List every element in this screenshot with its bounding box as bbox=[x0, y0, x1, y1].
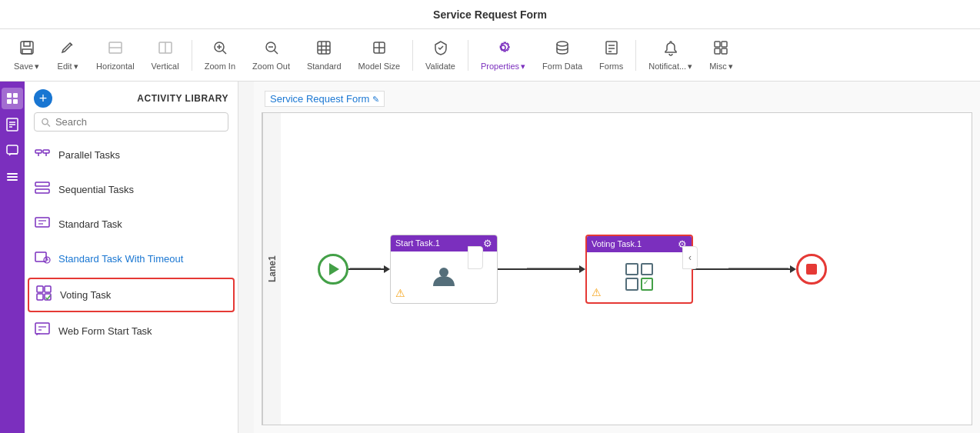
properties-icon bbox=[495, 39, 512, 60]
sequential-tasks-label: Sequential Tasks bbox=[58, 184, 134, 195]
standard-button[interactable]: Standard bbox=[299, 35, 349, 75]
swim-lane: Lane1 bbox=[262, 112, 972, 425]
task1-node[interactable]: Start Task.1 ⚙ ⚠ bbox=[390, 235, 498, 304]
zoom-out-button[interactable]: Zoom Out bbox=[245, 35, 298, 75]
svg-rect-63 bbox=[35, 323, 49, 334]
arrow-task1-to-task2 bbox=[498, 268, 582, 270]
end-square-icon bbox=[806, 264, 817, 275]
end-node[interactable] bbox=[796, 254, 827, 285]
svg-rect-14 bbox=[318, 42, 330, 54]
notifications-button[interactable]: Notificat... ▾ bbox=[641, 35, 700, 76]
toolbar-separator-4 bbox=[635, 40, 636, 71]
svg-rect-32 bbox=[7, 93, 12, 98]
activity-item-parallel-tasks[interactable]: Parallel Tasks bbox=[25, 138, 238, 172]
svg-rect-2 bbox=[22, 49, 32, 54]
model-size-button[interactable]: Model Size bbox=[351, 35, 408, 75]
model-size-label: Model Size bbox=[358, 62, 400, 71]
arrowhead-3 bbox=[790, 265, 796, 273]
web-form-start-label: Web Form Start Task bbox=[58, 325, 152, 337]
zoom-in-icon bbox=[212, 39, 228, 60]
form-data-button[interactable]: Form Data bbox=[535, 35, 590, 75]
toolbar: Save ▾ Edit ▾ Horizontal bbox=[0, 29, 980, 82]
side-icon-library[interactable] bbox=[2, 88, 23, 109]
properties-label: Properties ▾ bbox=[481, 62, 525, 72]
svg-rect-34 bbox=[7, 99, 12, 104]
model-size-icon bbox=[371, 39, 388, 60]
start-circle[interactable] bbox=[318, 254, 348, 285]
svg-rect-50 bbox=[35, 182, 49, 186]
svg-line-45 bbox=[48, 124, 50, 126]
side-icon-forms[interactable] bbox=[2, 114, 23, 135]
play-icon bbox=[329, 263, 339, 275]
vertical-icon bbox=[157, 39, 174, 60]
notifications-icon bbox=[662, 39, 679, 60]
zoom-out-label: Zoom Out bbox=[252, 62, 290, 71]
save-button[interactable]: Save ▾ bbox=[6, 35, 47, 76]
svg-point-23 bbox=[557, 42, 568, 46]
task2-header: Voting Task.1 ⚙ bbox=[587, 236, 692, 252]
svg-line-12 bbox=[274, 51, 278, 55]
svg-rect-35 bbox=[13, 99, 18, 104]
validate-label: Validate bbox=[425, 62, 455, 71]
side-icon-settings[interactable] bbox=[2, 166, 23, 188]
activity-list: Parallel Tasks Sequential Tasks bbox=[25, 138, 238, 433]
standard-task-timeout-icon bbox=[34, 248, 51, 269]
canvas-area: Service Request Form ✎ Lane1 bbox=[254, 82, 980, 433]
svg-rect-43 bbox=[7, 179, 18, 181]
standard-task-icon bbox=[34, 214, 51, 235]
properties-button[interactable]: Properties ▾ bbox=[473, 35, 533, 76]
activity-library-panel: + ACTIVITY LIBRARY bbox=[25, 82, 238, 433]
svg-point-70 bbox=[439, 268, 448, 277]
search-box[interactable] bbox=[34, 112, 228, 132]
start-task-box[interactable]: Start Task.1 ⚙ ⚠ bbox=[390, 235, 498, 304]
voting-task-box[interactable]: Voting Task.1 ⚙ ⚠ bbox=[585, 235, 693, 304]
arrowhead-2 bbox=[579, 265, 585, 273]
arrow-start-to-task1 bbox=[348, 268, 387, 270]
end-circle[interactable] bbox=[796, 254, 827, 285]
grid-cell-4 bbox=[641, 278, 654, 291]
add-activity-button[interactable]: + bbox=[34, 89, 52, 108]
validate-button[interactable]: Validate bbox=[418, 35, 463, 75]
activity-item-standard-task[interactable]: Standard Task bbox=[25, 207, 238, 241]
search-input[interactable] bbox=[55, 116, 222, 128]
activity-item-standard-task-timeout[interactable]: Standard Task With Timeout bbox=[25, 241, 238, 276]
edit-button[interactable]: Edit ▾ bbox=[48, 35, 87, 76]
zoom-in-button[interactable]: Zoom In bbox=[197, 35, 243, 75]
form-data-icon bbox=[554, 39, 571, 60]
svg-rect-1 bbox=[24, 42, 30, 46]
vertical-label: Vertical bbox=[152, 62, 179, 71]
collapse-panel-button[interactable]: ‹ bbox=[468, 246, 483, 269]
horizontal-button[interactable]: Horizontal bbox=[88, 35, 142, 75]
misc-button[interactable]: Misc ▾ bbox=[702, 35, 741, 76]
horizontal-icon bbox=[107, 39, 124, 60]
arrowhead-1 bbox=[384, 265, 390, 273]
voting-task-icon bbox=[35, 285, 52, 305]
svg-rect-46 bbox=[35, 150, 42, 153]
canvas-label: Service Request Form ✎ bbox=[265, 91, 385, 107]
svg-rect-41 bbox=[7, 173, 18, 175]
task2-warning-icon: ⚠ bbox=[592, 286, 602, 298]
misc-icon bbox=[712, 39, 729, 60]
sequential-tasks-icon bbox=[34, 179, 51, 200]
svg-rect-31 bbox=[722, 48, 727, 54]
lane-label: Lane1 bbox=[262, 113, 281, 425]
svg-rect-47 bbox=[43, 150, 49, 153]
svg-rect-60 bbox=[45, 286, 51, 292]
side-icon-chat[interactable] bbox=[2, 140, 23, 162]
task2-body: ⚠ bbox=[587, 252, 692, 301]
horizontal-label: Horizontal bbox=[96, 62, 135, 71]
svg-rect-51 bbox=[35, 189, 49, 193]
activity-item-voting-task[interactable]: Voting Task bbox=[28, 278, 235, 312]
forms-button[interactable]: Forms bbox=[592, 35, 631, 75]
activity-item-web-form-start[interactable]: Web Form Start Task bbox=[25, 314, 238, 348]
task1-gear-icon[interactable]: ⚙ bbox=[483, 238, 492, 249]
task2-node[interactable]: Voting Task.1 ⚙ ⚠ bbox=[585, 235, 693, 304]
svg-rect-28 bbox=[715, 42, 720, 47]
standard-task-label: Standard Task bbox=[58, 218, 122, 230]
vertical-button[interactable]: Vertical bbox=[144, 35, 187, 75]
svg-point-44 bbox=[42, 118, 48, 124]
activity-item-sequential-tasks[interactable]: Sequential Tasks bbox=[25, 172, 238, 207]
start-node[interactable] bbox=[318, 254, 348, 285]
arrow-task2-to-end bbox=[693, 268, 793, 270]
search-icon bbox=[41, 117, 51, 128]
